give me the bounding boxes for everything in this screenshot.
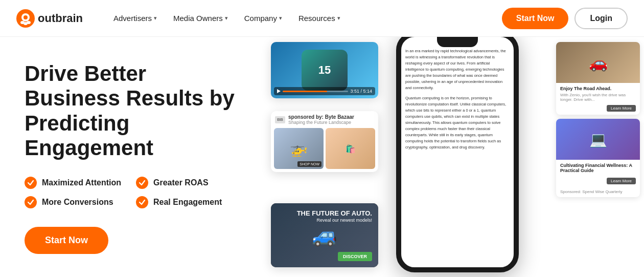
play-icon — [277, 89, 281, 93]
hero-visuals: 15 3:51 / 5:14 BB sponsored by: Byte Baz… — [256, 37, 644, 277]
right-card-finance-sponsored: Sponsored: Spend Wise Quarterly — [556, 187, 640, 197]
discover-button[interactable]: DISCOVER — [338, 252, 372, 261]
phone-content: In an era marked by rapid technological … — [401, 37, 514, 159]
feature-greater-roas: Greater ROAS — [136, 177, 239, 189]
video-progress-bar[interactable]: 3:51 / 5:14 — [274, 87, 375, 95]
phone-notch — [437, 37, 478, 47]
ad-grid: 🚁 Retail Excellence in 2023: Shake up Yo… — [271, 128, 378, 172]
shop-now-button[interactable]: SHOP NOW — [297, 161, 321, 167]
right-card-road-learn: Learn More — [556, 105, 640, 115]
feature-more-conversions: More Conversions — [25, 196, 128, 208]
hero-section: Drive Better Business Results by Predict… — [0, 37, 644, 277]
nav-links: Advertisers ▾ Media Owners ▾ Company ▾ R… — [107, 10, 502, 27]
feature-maximized-attention: Maximized Attention — [25, 177, 128, 189]
start-now-hero-button[interactable]: Start Now — [25, 227, 108, 254]
right-card-finance-learn: Learn More — [556, 178, 640, 187]
watch-image: 15 — [302, 50, 348, 91]
phone-mockup: In an era marked by rapid technological … — [396, 37, 519, 272]
ad-card-watch: 15 3:51 / 5:14 — [271, 42, 378, 98]
logo[interactable]: outbrain — [16, 9, 83, 28]
feature-real-engagement: Real Engagement — [136, 196, 239, 208]
sponsor-tagline: Shaping the Future Landscape — [288, 120, 354, 125]
learn-more-road-button[interactable]: Learn More — [607, 105, 636, 112]
right-card-finance-body: Cultivating Financial Wellness: A Practi… — [556, 160, 640, 178]
features-grid: Maximized Attention Greater ROAS More Co… — [25, 177, 239, 208]
right-card-road-image: 🚗 — [556, 42, 640, 83]
nav-advertisers[interactable]: Advertisers ▾ — [107, 10, 163, 27]
chevron-down-icon: ▾ — [279, 15, 282, 22]
phone-paragraph-1: In an era marked by rapid technological … — [405, 48, 510, 91]
check-icon-2 — [136, 177, 148, 189]
drone-icon: 🚁 — [290, 140, 308, 157]
auto-title: THE FUTURE OF AUTO. — [297, 209, 372, 218]
learn-more-finance-button[interactable]: Learn More — [607, 178, 636, 184]
sponsor-name: sponsored by: Byte Bazaar — [288, 114, 354, 120]
login-button[interactable]: Login — [574, 8, 628, 29]
right-card-road: 🚗 Enjoy The Road Ahead. With Zenio, you'… — [556, 42, 640, 115]
right-card-road-sub: With Zenio, you'll wish the drive was lo… — [560, 93, 636, 102]
start-now-nav-button[interactable]: Start Now — [502, 8, 569, 29]
navbar: outbrain Advertisers ▾ Media Owners ▾ Co… — [0, 0, 644, 37]
right-card-finance-image: 💻 — [556, 119, 640, 160]
ad-thumb-drone: 🚁 Retail Excellence in 2023: Shake up Yo… — [274, 128, 324, 169]
nav-media-owners[interactable]: Media Owners ▾ — [167, 10, 234, 27]
video-timestamp: 3:51 / 5:14 — [350, 89, 372, 94]
logo-text: outbrain — [38, 12, 83, 25]
sponsor-logo: BB — [275, 116, 285, 123]
phone-paragraph-2: Quantum computing is on the horizon, pro… — [405, 95, 510, 151]
car-hero-background: 🚙 THE FUTURE OF AUTO. Reveal our newest … — [271, 203, 378, 267]
svg-point-5 — [27, 21, 31, 24]
right-card-road-title: Enjoy The Road Ahead. — [560, 86, 636, 91]
check-icon-1 — [25, 177, 37, 189]
chevron-down-icon: ▾ — [337, 15, 340, 22]
svg-point-2 — [24, 15, 28, 19]
sponsored-tag: BB sponsored by: Byte Bazaar Shaping the… — [271, 111, 378, 128]
check-icon-4 — [136, 196, 148, 208]
nav-resources[interactable]: Resources ▾ — [292, 10, 347, 27]
phone-frame: In an era marked by rapid technological … — [396, 37, 519, 272]
auto-overlay-text: THE FUTURE OF AUTO. Reveal our newest mo… — [297, 209, 372, 223]
right-sidebar-cards: 🚗 Enjoy The Road Ahead. With Zenio, you'… — [552, 37, 644, 277]
progress-fill — [283, 91, 327, 92]
ad-card-auto: 🚙 THE FUTURE OF AUTO. Reveal our newest … — [271, 203, 378, 267]
right-card-road-body: Enjoy The Road Ahead. With Zenio, you'll… — [556, 83, 640, 105]
auto-subtitle: Reveal our newest models! — [297, 218, 372, 223]
nav-actions: Start Now Login — [502, 8, 628, 29]
chevron-down-icon: ▾ — [225, 15, 228, 22]
video-scrubber[interactable] — [283, 91, 348, 92]
chevron-down-icon: ▾ — [154, 15, 157, 22]
hero-copy: Drive Better Business Results by Predict… — [0, 37, 256, 277]
ad-thumb-car: 🛍️ Retail Succ... Your Shop... — [326, 128, 375, 169]
right-card-finance: 💻 Cultivating Financial Wellness: A Prac… — [556, 119, 640, 197]
car-silhouette-icon: 🚙 — [312, 223, 337, 247]
hero-title: Drive Better Business Results by Predict… — [25, 61, 239, 160]
check-icon-3 — [25, 196, 37, 208]
right-card-finance-title: Cultivating Financial Wellness: A Practi… — [560, 163, 636, 173]
nav-company[interactable]: Company ▾ — [238, 10, 288, 27]
ad-card-sponsored: BB sponsored by: Byte Bazaar Shaping the… — [271, 111, 378, 172]
car-icon: 🛍️ — [346, 144, 356, 154]
